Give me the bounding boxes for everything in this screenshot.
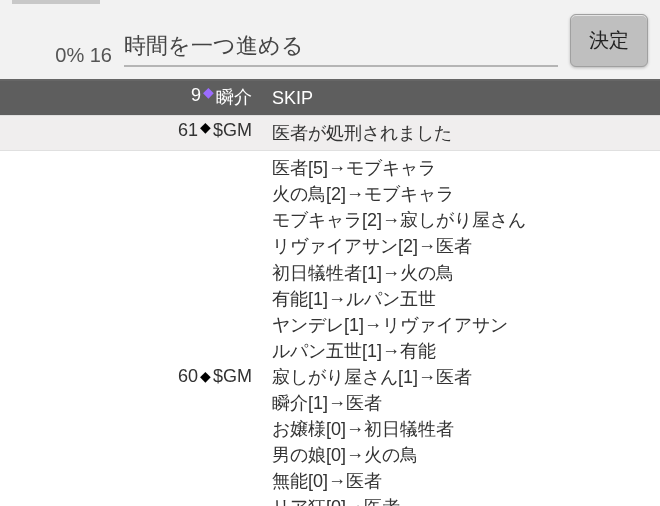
command-input-wrap bbox=[124, 13, 558, 67]
status-label: 0% 16 bbox=[12, 16, 112, 67]
submit-button[interactable]: 決定 bbox=[570, 14, 648, 67]
log-line: 寂しがり屋さん[1]→医者 bbox=[272, 364, 650, 390]
log-line: SKIP bbox=[272, 85, 650, 111]
log-line: 瞬介[1]→医者 bbox=[272, 390, 650, 416]
row-name-text: $GM bbox=[213, 120, 252, 141]
log-line: 初日犠牲者[1]→火の鳥 bbox=[272, 260, 650, 286]
diamond-icon: ◆ bbox=[203, 84, 214, 100]
app-root: 0% 16 決定 9◆瞬介SKIP61◆$GM医者が処刑されました60◆$GM医… bbox=[0, 0, 660, 506]
log-row: 60◆$GM医者[5]→モブキャラ火の鳥[2]→モブキャラモブキャラ[2]→寂し… bbox=[0, 151, 660, 506]
log-line: お嬢様[0]→初日犠牲者 bbox=[272, 416, 650, 442]
row-number: 60 bbox=[178, 366, 198, 387]
log-line: 男の娘[0]→火の鳥 bbox=[272, 442, 650, 468]
log-line: 無能[0]→医者 bbox=[272, 468, 650, 494]
log-row: 61◆$GM医者が処刑されました bbox=[0, 116, 660, 151]
log-table: 9◆瞬介SKIP61◆$GM医者が処刑されました60◆$GM医者[5]→モブキャ… bbox=[0, 79, 660, 506]
log-row-message: 医者が処刑されました bbox=[262, 116, 660, 150]
diamond-icon: ◆ bbox=[200, 368, 211, 384]
log-line: リヴァイアサン[2]→医者 bbox=[272, 233, 650, 259]
diamond-icon: ◆ bbox=[200, 119, 211, 135]
log-row: 9◆瞬介SKIP bbox=[0, 81, 660, 116]
log-line: 医者が処刑されました bbox=[272, 120, 650, 146]
log-row-name: 60◆$GM bbox=[0, 151, 262, 506]
row-number: 9 bbox=[191, 85, 201, 106]
log-row-message: 医者[5]→モブキャラ火の鳥[2]→モブキャラモブキャラ[2]→寂しがり屋さんリ… bbox=[262, 151, 660, 506]
log-line: 医者[5]→モブキャラ bbox=[272, 155, 650, 181]
row-name-text: $GM bbox=[213, 366, 252, 387]
progress-bar bbox=[12, 0, 100, 4]
row-name-text: 瞬介 bbox=[216, 85, 252, 109]
log-row-message: SKIP bbox=[262, 81, 660, 115]
log-line: ヤンデレ[1]→リヴァイアサン bbox=[272, 312, 650, 338]
command-input[interactable] bbox=[124, 27, 558, 67]
log-line: 火の鳥[2]→モブキャラ bbox=[272, 181, 650, 207]
log-line: モブキャラ[2]→寂しがり屋さん bbox=[272, 207, 650, 233]
row-number: 61 bbox=[178, 120, 198, 141]
log-row-name: 61◆$GM bbox=[0, 116, 262, 145]
log-line: ルパン五世[1]→有能 bbox=[272, 338, 650, 364]
log-line: リア狂[0]→医者 bbox=[272, 494, 650, 506]
log-line: 有能[1]→ルパン五世 bbox=[272, 286, 650, 312]
top-bar: 0% 16 決定 bbox=[0, 0, 660, 79]
log-row-name: 9◆瞬介 bbox=[0, 81, 262, 113]
